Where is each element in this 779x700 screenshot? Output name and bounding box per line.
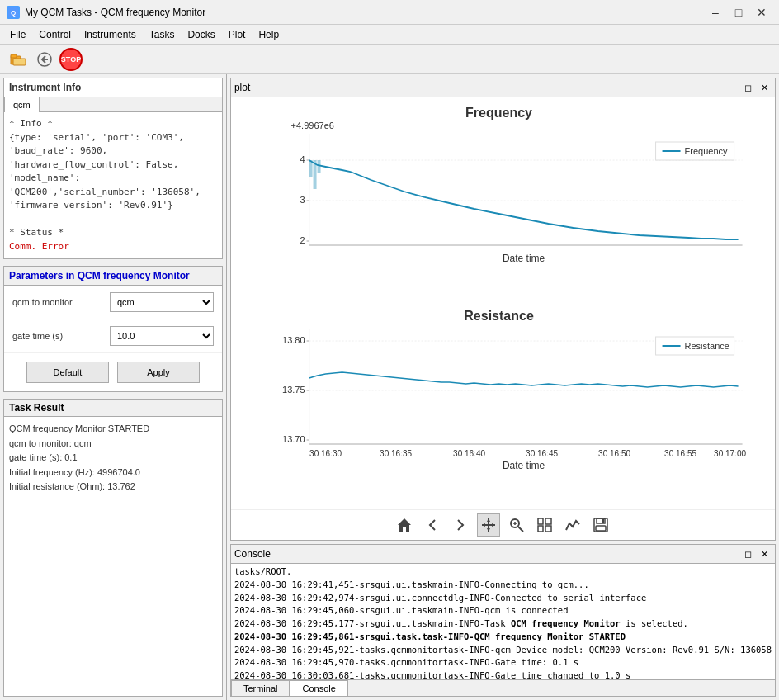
console-line-5: 2024-08-30 16:29:45,861-srsgui.task.task… bbox=[234, 631, 772, 644]
param-row-qcm: qcm to monitor qcm bbox=[4, 286, 222, 319]
window-controls: – □ ✕ bbox=[705, 3, 772, 21]
plot-line-button[interactable] bbox=[561, 513, 584, 537]
task-result-panel: Task Result QCM frequency Monitor STARTE… bbox=[3, 399, 223, 697]
param-select-gatetime[interactable]: 10.0 0.1 1.0 bbox=[110, 326, 214, 346]
svg-rect-64 bbox=[596, 526, 606, 531]
console-tab-console[interactable]: Console bbox=[290, 680, 347, 696]
plot-save-button[interactable] bbox=[589, 513, 612, 537]
svg-text:Resistance: Resistance bbox=[464, 309, 534, 323]
svg-text:2: 2 bbox=[300, 235, 305, 245]
menu-file[interactable]: File bbox=[3, 26, 32, 44]
param-row-gatetime: gate time (s) 10.0 0.1 1.0 bbox=[4, 319, 222, 353]
plot-restore-button[interactable]: ◻ bbox=[740, 80, 755, 95]
minimize-button[interactable]: – bbox=[705, 3, 726, 21]
back-button[interactable] bbox=[33, 48, 56, 71]
console-restore-button[interactable]: ◻ bbox=[740, 546, 755, 561]
svg-rect-59 bbox=[545, 518, 551, 524]
svg-text:Resistance: Resistance bbox=[684, 341, 729, 351]
task-result-content: QCM frequency Monitor STARTED qcm to mon… bbox=[4, 417, 222, 697]
console-line-6: 2024-08-30 16:29:45,921-tasks.qcmmonitor… bbox=[234, 644, 772, 657]
svg-rect-65 bbox=[602, 519, 604, 523]
svg-text:Date time: Date time bbox=[503, 460, 545, 471]
menu-instruments[interactable]: Instruments bbox=[78, 26, 143, 44]
menu-tasks[interactable]: Tasks bbox=[143, 26, 182, 44]
console-tab-terminal[interactable]: Terminal bbox=[231, 680, 290, 696]
console-line-8: 2024-08-30 16:30:03,681-tasks.qcmmonitor… bbox=[234, 669, 772, 679]
console-line-2: 2024-08-30 16:29:42,974-srsgui.ui.connec… bbox=[234, 592, 772, 605]
plot-home-button[interactable] bbox=[393, 513, 416, 537]
menubar: File Control Instruments Tasks Docks Plo… bbox=[0, 25, 779, 45]
console-close-button[interactable]: ✕ bbox=[757, 546, 772, 561]
task-result-line-4: Initial resistance (Ohm): 13.762 bbox=[9, 480, 217, 494]
svg-marker-52 bbox=[482, 523, 485, 527]
svg-rect-58 bbox=[538, 518, 543, 524]
menu-docks[interactable]: Docks bbox=[181, 26, 221, 44]
svg-text:30 16:50: 30 16:50 bbox=[598, 449, 630, 458]
right-panel: plot ◻ ✕ Frequency +4.9967e6 bbox=[227, 74, 779, 700]
task-name-label: QCM frequency Monitor bbox=[78, 270, 190, 281]
svg-text:Q: Q bbox=[11, 9, 16, 17]
apply-button[interactable]: Apply bbox=[117, 362, 200, 383]
console-line-3: 2024-08-30 16:29:45,060-srsgui.ui.taskma… bbox=[234, 604, 772, 617]
instrument-tab-qcm[interactable]: qcm bbox=[4, 97, 40, 112]
svg-text:30 16:55: 30 16:55 bbox=[664, 449, 696, 458]
svg-text:30 16:35: 30 16:35 bbox=[380, 449, 412, 458]
plot-config-button[interactable] bbox=[533, 513, 556, 537]
console-tabs: Terminal Console bbox=[231, 679, 775, 696]
task-result-line-3: Initial frequency (Hz): 4996704.0 bbox=[9, 466, 217, 480]
console-line-4: 2024-08-30 16:29:45,177-srsgui.ui.taskma… bbox=[234, 617, 772, 631]
svg-text:Frequency: Frequency bbox=[684, 146, 727, 156]
open-button[interactable] bbox=[7, 48, 30, 71]
resistance-svg: Resistance 13.80 13.75 13.70 bbox=[234, 304, 772, 485]
console-panel: Console ◻ ✕ tasks/ROOT. 2024-08-30 16:29… bbox=[230, 544, 776, 697]
close-button[interactable]: ✕ bbox=[751, 3, 772, 21]
svg-marker-50 bbox=[487, 518, 490, 522]
svg-rect-61 bbox=[545, 526, 551, 532]
parameters-panel: Parameters in QCM frequency Monitor qcm … bbox=[3, 266, 223, 392]
plot-close-button[interactable]: ✕ bbox=[757, 80, 772, 95]
svg-rect-60 bbox=[538, 526, 543, 532]
svg-text:Frequency: Frequency bbox=[465, 106, 532, 120]
plot-zoom-button[interactable] bbox=[505, 513, 528, 537]
plot-title: plot bbox=[234, 82, 250, 93]
console-line-0: tasks/ROOT. bbox=[234, 565, 772, 579]
task-result-line-1: qcm to monitor: qcm bbox=[9, 437, 217, 452]
param-select-qcm[interactable]: qcm bbox=[110, 292, 214, 312]
svg-rect-4 bbox=[13, 59, 26, 65]
status-label: * Status * bbox=[9, 226, 217, 240]
console-line-7: 2024-08-30 16:29:45,970-tasks.qcmmonitor… bbox=[234, 656, 772, 669]
param-label-gatetime: gate time (s) bbox=[12, 331, 103, 341]
menu-help[interactable]: Help bbox=[252, 26, 286, 44]
console-line-1: 2024-08-30 16:29:41,451-srsgui.ui.taskma… bbox=[234, 579, 772, 592]
console-titlebar: Console ◻ ✕ bbox=[231, 545, 775, 564]
svg-rect-21 bbox=[317, 160, 320, 173]
svg-text:4: 4 bbox=[300, 154, 305, 164]
instrument-tab-bar: qcm bbox=[4, 97, 222, 112]
task-result-title: Task Result bbox=[4, 400, 222, 417]
svg-line-55 bbox=[518, 527, 523, 532]
task-result-line-2: gate time (s): 0.1 bbox=[9, 451, 217, 466]
parameters-title: Parameters in QCM frequency Monitor bbox=[4, 267, 222, 286]
main-layout: Instrument Info qcm * Info * {type: 'ser… bbox=[0, 74, 779, 700]
svg-text:13.75: 13.75 bbox=[282, 385, 305, 395]
default-button[interactable]: Default bbox=[26, 362, 109, 383]
plot-titlebar-buttons: ◻ ✕ bbox=[740, 80, 772, 95]
svg-text:3: 3 bbox=[300, 195, 305, 205]
plot-back-button[interactable] bbox=[421, 513, 444, 537]
task-result-line-0: QCM frequency Monitor STARTED bbox=[9, 422, 217, 437]
maximize-button[interactable]: □ bbox=[728, 3, 749, 21]
menu-plot[interactable]: Plot bbox=[222, 26, 253, 44]
params-buttons: Default Apply bbox=[4, 353, 222, 391]
menu-control[interactable]: Control bbox=[32, 26, 78, 44]
plot-forward-button[interactable] bbox=[449, 513, 472, 537]
charts-container: Frequency +4.9967e6 4 3 2 bbox=[231, 97, 775, 509]
stop-button[interactable]: STOP bbox=[59, 48, 83, 71]
svg-marker-53 bbox=[492, 523, 495, 527]
svg-rect-3 bbox=[11, 54, 17, 58]
plot-move-button[interactable] bbox=[477, 513, 500, 537]
param-label-qcm: qcm to monitor bbox=[12, 297, 103, 307]
toolbar: STOP bbox=[0, 45, 779, 74]
svg-marker-51 bbox=[487, 528, 490, 532]
instrument-info-content: * Info * {type: 'serial', 'port': 'COM3'… bbox=[4, 112, 222, 258]
left-panel: Instrument Info qcm * Info * {type: 'ser… bbox=[0, 74, 227, 700]
